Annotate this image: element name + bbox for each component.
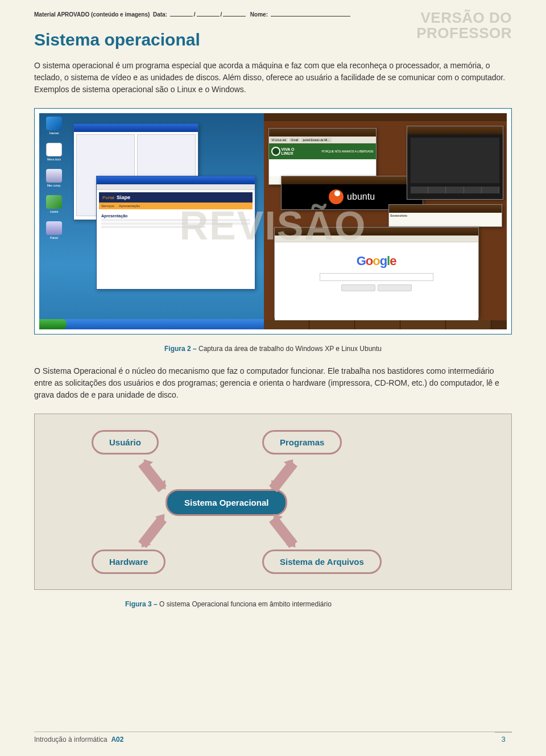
name-label: Nome:: [250, 11, 268, 18]
date-blank-2: [197, 16, 220, 16]
approval-prefix: Material APROVADO (conteúdo e imagens): [34, 11, 150, 18]
xp-icon-mycomputer: Meu comp.: [43, 169, 65, 192]
figure-3-caption: Figura 3 – O sistema Operacional funcion…: [34, 600, 512, 608]
ubuntu-top-panel: [264, 113, 507, 121]
name-blank: [271, 16, 350, 16]
watermark-line2: PROFESSOR: [416, 26, 512, 41]
xp-start-button: [39, 319, 67, 329]
xp-icon-control: Painel: [43, 221, 65, 244]
siape-banner: Portal Siape: [99, 192, 253, 203]
ubuntu-logo-icon: [329, 189, 344, 204]
ubuntu-media-player: [407, 126, 503, 200]
watermark-line1: VERSÃO DO: [416, 10, 512, 26]
diagram-node-programs: Programas: [262, 430, 342, 455]
watermark-top: VERSÃO DO PROFESSOR: [416, 10, 512, 42]
siape-menu: Serviços Apresentação: [99, 203, 253, 209]
xp-browser-window: Portal Siape Serviços Apresentação Apres…: [96, 176, 255, 290]
footer-page-number: 3: [495, 732, 512, 743]
date-label: Data:: [153, 11, 167, 18]
diagram-node-filesystem: Sistema de Arquivos: [262, 550, 382, 574]
xp-icon-ie: Internet: [43, 117, 65, 139]
date-blank-3: [223, 16, 246, 16]
ubuntu-screenshots-window: Screenshots: [388, 204, 502, 227]
ubuntu-desktop: Vi Linux etc Gmail portal Estado de Mi..…: [264, 113, 507, 329]
figure-2-caption: Figura 2 – Captura da área de trabalho d…: [34, 345, 512, 353]
page-footer: Introdução à informática A02 3: [34, 732, 512, 743]
xp-icon-recycle: Lixeira: [43, 195, 65, 218]
google-logo: Google: [278, 254, 475, 268]
intro-paragraph: O sistema operacional é um programa espe…: [34, 60, 512, 96]
google-search-box: [320, 273, 433, 281]
figure-2-box: Internet Meus docs Meu comp. Lixeira Pai…: [34, 108, 512, 334]
xp-taskbar: [39, 319, 282, 329]
xp-desktop: Internet Meus docs Meu comp. Lixeira Pai…: [39, 113, 282, 329]
ubuntu-wordmark: ubuntu: [347, 192, 375, 202]
diagram-node-hardware: Hardware: [92, 550, 166, 574]
footer-course: Introdução à informática A02: [34, 736, 123, 743]
diagram-node-user: Usuário: [92, 430, 159, 455]
screenshot-collage: Internet Meus docs Meu comp. Lixeira Pai…: [39, 113, 507, 329]
xp-desktop-icons: Internet Meus docs Meu comp. Lixeira Pai…: [43, 117, 65, 247]
body-paragraph-2: O Sistema Operacional é o núcleo do meca…: [34, 365, 512, 401]
figure-3-diagram: Usuário Programas Sistema Operacional Ha…: [34, 414, 512, 590]
xp-icon-docs: Meus docs: [43, 143, 65, 166]
ubuntu-browser-google: Google: [274, 227, 479, 318]
diagram-node-os: Sistema Operacional: [166, 489, 287, 516]
ubuntu-bottom-panel: [264, 320, 507, 329]
date-blank-1: [170, 16, 193, 16]
